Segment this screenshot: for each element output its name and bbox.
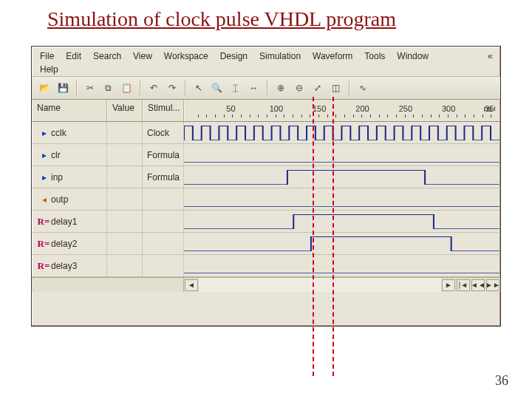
- waveform-cell[interactable]: [184, 211, 500, 232]
- toolbar-separator: [267, 81, 267, 95]
- ruler-tick: 300: [442, 104, 455, 113]
- col-stimul[interactable]: Stimul...: [143, 100, 184, 121]
- signal-row[interactable]: R=delay3: [32, 255, 500, 277]
- menu-workspace[interactable]: Workspace: [159, 50, 214, 63]
- signal-stimul-cell[interactable]: [143, 211, 184, 232]
- signal-row[interactable]: ▸clrFormula: [32, 144, 500, 166]
- zoom-out-icon[interactable]: ⊖: [290, 80, 307, 96]
- simulator-window: File Edit Search View Workspace Design S…: [31, 46, 501, 327]
- signal-rows: ▸cclkClock▸clrFormula▸inpFormula◂outpR=d…: [32, 122, 500, 277]
- open-icon[interactable]: 📂: [36, 80, 53, 96]
- slide-number: 36: [495, 373, 508, 389]
- waveform-cell[interactable]: [184, 144, 500, 166]
- hscrollbar: ◄ ► |◄ ◄◄ ►►: [32, 277, 500, 292]
- signal-stimul-cell[interactable]: [143, 255, 184, 276]
- signal-name: delay1: [51, 216, 77, 227]
- measure-icon[interactable]: ↔: [245, 80, 262, 96]
- copy-icon[interactable]: ⧉: [100, 80, 117, 96]
- paste-icon[interactable]: 📋: [118, 80, 135, 96]
- signal-row[interactable]: ▸inpFormula: [32, 166, 500, 188]
- signal-stimul-cell[interactable]: [143, 233, 184, 254]
- scroll-right[interactable]: ►: [442, 279, 455, 291]
- toolbar-separator: [185, 81, 185, 95]
- signal-row[interactable]: R=delay1: [32, 211, 500, 233]
- signal-value-cell[interactable]: [107, 188, 143, 210]
- cut-icon[interactable]: ✂: [81, 80, 98, 96]
- toolbar-separator: [76, 81, 77, 95]
- insert-cursor-icon[interactable]: ⌶: [227, 80, 244, 96]
- signal-name-cell[interactable]: ▸inp: [32, 166, 107, 188]
- signal-stimul-cell[interactable]: Formula: [143, 144, 184, 166]
- undo-icon[interactable]: ↶: [145, 80, 162, 96]
- column-headers: Name Value Stimul... ns 5010015020025030…: [32, 100, 500, 122]
- menu-search[interactable]: Search: [88, 50, 126, 63]
- signal-value-cell[interactable]: [107, 211, 143, 232]
- zoom-fit-icon[interactable]: ⤢: [309, 80, 326, 96]
- save-icon[interactable]: 💾: [55, 80, 72, 96]
- register-icon: R=: [38, 238, 50, 250]
- col-time-ruler: ns 50100150200250300350: [184, 100, 500, 121]
- signal-name-cell[interactable]: R=delay1: [32, 211, 107, 232]
- ruler-tick: 50: [226, 104, 235, 113]
- signal-name-cell[interactable]: ▸cclk: [32, 122, 107, 143]
- menu-simulation[interactable]: Simulation: [254, 50, 306, 63]
- signal-row[interactable]: ◂outp: [32, 188, 500, 211]
- signal-name: cclk: [51, 128, 66, 138]
- zoom-area-icon[interactable]: ◫: [327, 80, 344, 96]
- menu-waveform[interactable]: Waveform: [307, 50, 358, 63]
- signal-stimul-cell[interactable]: Clock: [143, 122, 184, 143]
- waveform-tool-icon[interactable]: ∿: [354, 80, 371, 96]
- menu-view[interactable]: View: [128, 50, 157, 63]
- redo-icon[interactable]: ↷: [163, 80, 180, 96]
- signal-value-cell[interactable]: [107, 166, 143, 188]
- waveform-cell[interactable]: [184, 122, 500, 143]
- signal-name-cell[interactable]: ▸clr: [32, 144, 107, 166]
- register-icon: R=: [38, 216, 50, 228]
- menubar: File Edit Search View Workspace Design S…: [32, 47, 500, 76]
- signal-name-cell[interactable]: R=delay2: [32, 233, 107, 254]
- signal-stimul-cell[interactable]: [143, 188, 184, 210]
- waveform-cell[interactable]: [184, 255, 500, 276]
- waveform-cell[interactable]: [184, 233, 500, 254]
- pointer-icon[interactable]: ↖: [190, 80, 207, 96]
- menu-help[interactable]: Help: [35, 63, 64, 76]
- signal-name: delay2: [51, 239, 77, 249]
- scroll-left[interactable]: ◄: [185, 279, 198, 291]
- col-value[interactable]: Value: [107, 100, 143, 121]
- ruler-tick: 250: [399, 104, 412, 113]
- signal-value-cell[interactable]: [107, 233, 143, 254]
- scroll-first[interactable]: |◄: [457, 279, 470, 291]
- waveform-cell[interactable]: [184, 188, 500, 210]
- signal-name-cell[interactable]: ◂outp: [32, 188, 107, 210]
- toolbar: 📂💾✂⧉📋↶↷↖🔍⌶↔⊕⊖⤢◫∿: [32, 76, 500, 100]
- signal-stimul-cell[interactable]: Formula: [143, 166, 184, 188]
- zoom-icon[interactable]: 🔍: [208, 80, 225, 96]
- ruler-tick: 200: [355, 104, 369, 113]
- signal-row[interactable]: R=delay2: [32, 233, 500, 255]
- output-port-icon: ◂: [42, 194, 46, 205]
- zoom-in-icon[interactable]: ⊕: [272, 80, 289, 96]
- waveform-cell[interactable]: [184, 166, 500, 188]
- ruler-tick: 350: [485, 104, 495, 113]
- signal-row[interactable]: ▸cclkClock: [32, 122, 500, 144]
- menu-file[interactable]: File: [35, 50, 59, 63]
- scroll-next[interactable]: ►►: [486, 279, 499, 291]
- menu-design[interactable]: Design: [215, 50, 253, 63]
- signal-name: delay3: [51, 261, 77, 271]
- menu-edit[interactable]: Edit: [61, 50, 86, 63]
- signal-value-cell[interactable]: [107, 122, 143, 143]
- menu-window[interactable]: Window: [392, 50, 434, 63]
- menu-overflow[interactable]: «: [483, 49, 497, 63]
- signal-name: inp: [51, 172, 63, 183]
- scroll-prev[interactable]: ◄◄: [471, 279, 485, 291]
- scroll-track[interactable]: [199, 278, 441, 292]
- signal-value-cell[interactable]: [107, 255, 143, 276]
- signal-name: outp: [51, 194, 68, 205]
- signal-value-cell[interactable]: [107, 144, 143, 166]
- col-name[interactable]: Name: [32, 100, 107, 121]
- signal-name-cell[interactable]: R=delay3: [32, 255, 107, 276]
- register-icon: R=: [38, 260, 50, 272]
- page-title: Simulation of clock pulse VHDL program: [0, 0, 532, 31]
- menu-tools[interactable]: Tools: [359, 50, 390, 63]
- input-port-icon: ▸: [42, 172, 46, 183]
